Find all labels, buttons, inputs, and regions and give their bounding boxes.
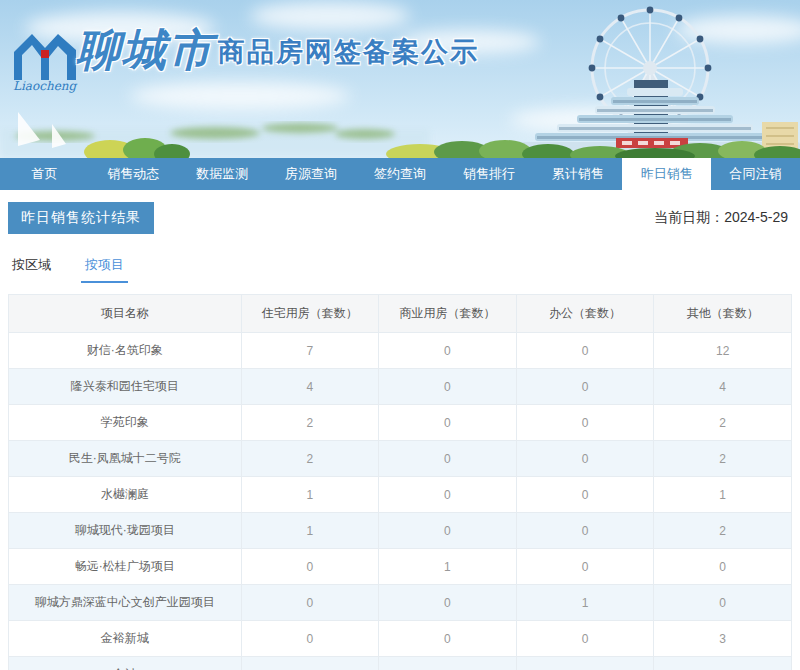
count-cell: 0	[379, 369, 517, 405]
count-cell: 3	[654, 621, 792, 657]
count-cell: 0	[379, 621, 517, 657]
main-content: 昨日销售统计结果 当前日期：2024-5-29 按区域按项目 项目名称住宅用房（…	[0, 202, 800, 670]
count-cell: 0	[379, 477, 517, 513]
count-cell: 0	[516, 513, 654, 549]
count-cell: 2	[241, 441, 379, 477]
table-header-row: 项目名称住宅用房（套数）商业用房（套数）办公（套数）其他（套数）	[9, 295, 792, 333]
count-cell: 4	[241, 369, 379, 405]
project-name-cell: 聊城现代·珑园项目	[9, 513, 242, 549]
count-cell: 0	[516, 405, 654, 441]
table-row: 学苑印象2002	[9, 405, 792, 441]
count-cell: 2	[654, 405, 792, 441]
section-title-badge: 昨日销售统计结果	[8, 202, 154, 234]
count-cell: 0	[516, 549, 654, 585]
project-name-cell: 民生·凤凰城十二号院	[9, 441, 242, 477]
count-cell: 7	[241, 333, 379, 369]
nav-item[interactable]: 累计销售	[533, 158, 622, 190]
count-cell: 0	[654, 549, 792, 585]
count-cell: 0	[241, 549, 379, 585]
count-cell: 0	[379, 585, 517, 621]
count-cell: 0	[516, 621, 654, 657]
table-row: 聊城方鼎深蓝中心文创产业园项目0010	[9, 585, 792, 621]
logo-m-icon: Liaocheng	[12, 30, 78, 94]
site-subtitle: 商品房网签备案公示	[218, 39, 479, 66]
count-cell: 0	[379, 441, 517, 477]
view-tabs: 按区域按项目	[8, 256, 792, 283]
count-cell: 26	[654, 657, 792, 670]
column-header: 其他（套数）	[654, 295, 792, 333]
count-cell: 0	[516, 477, 654, 513]
count-cell: 1	[654, 477, 792, 513]
count-cell: 2	[654, 441, 792, 477]
column-header: 住宅用房（套数）	[241, 295, 379, 333]
count-cell: 1	[379, 549, 517, 585]
count-cell: 4	[654, 369, 792, 405]
table-row: 畅远·松桂广场项目0100	[9, 549, 792, 585]
project-name-cell: 聊城方鼎深蓝中心文创产业园项目	[9, 585, 242, 621]
table-row: 合计171126	[9, 657, 792, 670]
nav-item[interactable]: 销售动态	[89, 158, 178, 190]
count-cell: 12	[654, 333, 792, 369]
count-cell: 0	[379, 405, 517, 441]
nav-item[interactable]: 签约查询	[356, 158, 445, 190]
count-cell: 1	[379, 657, 517, 670]
project-name-cell: 合计	[9, 657, 242, 670]
table-body: 财信·名筑印象70012隆兴泰和园住宅项目4004学苑印象2002民生·凤凰城十…	[9, 333, 792, 670]
table-row: 聊城现代·珑园项目1002	[9, 513, 792, 549]
count-cell: 2	[241, 405, 379, 441]
count-cell: 1	[241, 513, 379, 549]
nav-item[interactable]: 首页	[0, 158, 89, 190]
count-cell: 0	[516, 333, 654, 369]
project-name-cell: 财信·名筑印象	[9, 333, 242, 369]
table-row: 水樾澜庭1001	[9, 477, 792, 513]
project-name-cell: 隆兴泰和园住宅项目	[9, 369, 242, 405]
count-cell: 1	[241, 477, 379, 513]
site-logo: Liaocheng	[12, 30, 78, 94]
tab[interactable]: 按项目	[81, 256, 128, 283]
current-date-label: 当前日期：2024-5-29	[654, 209, 792, 227]
count-cell: 2	[654, 513, 792, 549]
count-cell: 0	[516, 441, 654, 477]
count-cell: 0	[516, 369, 654, 405]
sales-stats-table: 项目名称住宅用房（套数）商业用房（套数）办公（套数）其他（套数） 财信·名筑印象…	[8, 294, 792, 670]
project-name-cell: 学苑印象	[9, 405, 242, 441]
nav-item[interactable]: 数据监测	[178, 158, 267, 190]
column-header: 商业用房（套数）	[379, 295, 517, 333]
site-title: 聊城市 商品房网签备案公示	[76, 28, 479, 72]
count-cell: 1	[516, 585, 654, 621]
nav-item[interactable]: 房源查询	[267, 158, 356, 190]
nav-item[interactable]: 销售排行	[444, 158, 533, 190]
project-name-cell: 水樾澜庭	[9, 477, 242, 513]
table-row: 金裕新城0003	[9, 621, 792, 657]
count-cell: 17	[241, 657, 379, 670]
nav-item[interactable]: 昨日销售	[622, 158, 711, 190]
count-cell: 0	[241, 621, 379, 657]
header-banner: Liaocheng 聊城市 商品房网签备案公示	[0, 0, 800, 158]
project-name-cell: 畅远·松桂广场项目	[9, 549, 242, 585]
table-row: 民生·凤凰城十二号院2002	[9, 441, 792, 477]
project-name-cell: 金裕新城	[9, 621, 242, 657]
site-name: 聊城市	[76, 28, 214, 72]
column-header: 项目名称	[9, 295, 242, 333]
table-row: 财信·名筑印象70012	[9, 333, 792, 369]
count-cell: 0	[379, 333, 517, 369]
nav-item[interactable]: 合同注销	[711, 158, 800, 190]
count-cell: 0	[654, 585, 792, 621]
table-row: 隆兴泰和园住宅项目4004	[9, 369, 792, 405]
tab[interactable]: 按区域	[8, 256, 55, 283]
count-cell: 1	[516, 657, 654, 670]
column-header: 办公（套数）	[516, 295, 654, 333]
nav-bar: 首页销售动态数据监测房源查询签约查询销售排行累计销售昨日销售合同注销	[0, 158, 800, 190]
count-cell: 0	[241, 585, 379, 621]
ferris-wheel-skyline-illustration	[0, 0, 800, 158]
count-cell: 0	[379, 513, 517, 549]
logo-script-text: Liaocheng	[13, 79, 77, 93]
